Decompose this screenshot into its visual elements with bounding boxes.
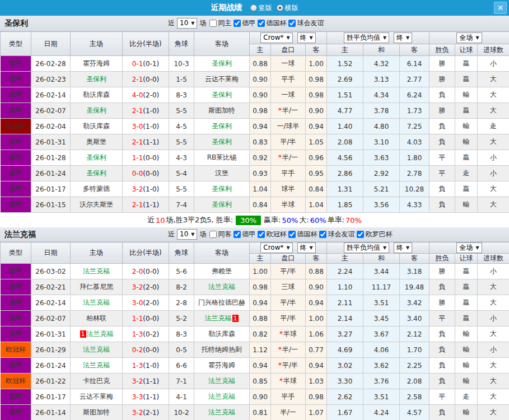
avg-lose-odds: 10.28 [400, 181, 429, 197]
home-team-cell: 霍芬海姆 [71, 56, 123, 72]
home-team-link[interactable]: 法兰克福 [87, 330, 114, 338]
result-handicap: 贏 [455, 103, 478, 119]
away-team-link[interactable]: 圣保利 [212, 138, 232, 146]
away-team-link[interactable]: 法兰克福 [208, 377, 235, 385]
result-handicap: 輸 [455, 119, 478, 134]
away-team-link[interactable]: 汉堡 [215, 169, 228, 177]
league-filter-checkbox[interactable]: 球会友谊 [288, 18, 324, 28]
same-venue-checkbox[interactable]: 同主 [209, 18, 231, 28]
match-row: 德甲26-01-17多特蒙德3-2(1-0)5-5圣保利1.04球半0.841.… [1, 181, 509, 197]
filter-games-label: 场 [199, 230, 206, 239]
checkbox[interactable] [209, 231, 217, 238]
odds-source-select[interactable]: Crow*▼ [260, 242, 292, 253]
away-team-link[interactable]: RB莱比锡 [207, 153, 237, 161]
home-team-link[interactable]: 云达不莱梅 [80, 393, 113, 400]
result-goals: 大 [478, 72, 509, 87]
away-team-link[interactable]: 圣保利 [212, 91, 232, 99]
radio-icon[interactable] [250, 4, 257, 11]
checkbox[interactable] [357, 231, 364, 238]
layout-radio-vertical[interactable]: 竖版 [250, 3, 272, 13]
avg-draw-odds: 4.80 [363, 119, 400, 134]
col-type: 类型 [1, 32, 31, 56]
home-team-link[interactable]: 斯图加特 [83, 408, 110, 416]
match-count-select[interactable]: 10▼ [177, 229, 197, 240]
league-filter-checkbox[interactable]: 欧罗巴杯 [357, 230, 392, 239]
checkbox[interactable] [288, 231, 296, 238]
odds-final-select[interactable]: 终▼ [297, 242, 316, 253]
away-team-link[interactable]: 法兰克福 [208, 393, 235, 400]
away-team-link[interactable]: 圣保利 [212, 185, 232, 193]
layout-radio-horizontal[interactable]: 横版 [277, 3, 298, 13]
away-team-link[interactable]: 圣保利 [212, 59, 232, 67]
odds-source-select[interactable]: Crow*▼ [260, 32, 292, 43]
home-team-link[interactable]: 圣保利 [86, 75, 106, 83]
result-handicap: 贏 [455, 295, 478, 311]
home-team-link[interactable]: 勒沃库森 [83, 91, 110, 99]
checkbox[interactable] [209, 20, 217, 27]
result-handicap: 輸 [455, 197, 478, 213]
away-team-link[interactable]: 圣保利 [212, 200, 232, 208]
home-team-link[interactable]: 沃尔夫斯堡 [80, 200, 113, 208]
away-team-link[interactable]: 斯图加特 [208, 106, 235, 114]
same-venue-checkbox[interactable]: 同客 [209, 230, 231, 239]
home-team-link[interactable]: 霍芬海姆 [83, 59, 110, 67]
avg-win-odds: 4.56 [327, 150, 363, 166]
chevron-down-icon: ▼ [287, 33, 290, 43]
avg-odds-select[interactable]: 胜平负均值▼ [344, 242, 389, 253]
league-filter-checkbox[interactable]: 德国杯 [288, 230, 317, 239]
away-team-link[interactable]: 云达不莱梅 [205, 75, 239, 83]
match-date: 26-01-29 [31, 342, 71, 358]
scope-select[interactable]: 全场▼ [456, 32, 482, 43]
match-row: 德甲26-02-14法兰克福3-0(2-0)2-8门兴格拉德巴赫0.94平/半0… [1, 295, 509, 311]
checkbox[interactable] [258, 20, 265, 27]
match-count-select[interactable]: 10▼ [177, 18, 197, 29]
home-team-link[interactable]: 拜仁慕尼黑 [80, 283, 113, 291]
home-team-link[interactable]: 圣保利 [86, 169, 106, 177]
home-team-link[interactable]: 柏林联 [86, 314, 106, 322]
odds-final-select[interactable]: 终▼ [297, 32, 316, 43]
away-team-link[interactable]: 勒沃库森 [208, 330, 235, 338]
close-button[interactable]: ✕ [494, 2, 507, 14]
home-team-link[interactable]: 法兰克福 [83, 346, 110, 353]
avg-draw-odds: 5.21 [363, 181, 400, 197]
avg-lose-odds: 2.78 [400, 166, 429, 181]
match-date: 26-01-24 [31, 166, 71, 181]
avg-final-select[interactable]: 终▼ [394, 242, 412, 253]
checkbox[interactable] [288, 20, 296, 27]
away-team-link[interactable]: 法兰克福 [205, 314, 232, 322]
avg-final-select[interactable]: 终▼ [394, 32, 412, 43]
checkbox[interactable] [319, 231, 326, 238]
away-team-link[interactable]: 门兴格拉德巴赫 [198, 298, 245, 306]
away-team-link[interactable]: 圣保利 [212, 122, 232, 130]
avg-odds-select[interactable]: 胜平负均值▼ [344, 32, 389, 43]
away-team-link[interactable]: 法兰克福 [208, 283, 235, 291]
home-team-link[interactable]: 奥斯堡 [86, 138, 106, 146]
home-team-link[interactable]: 法兰克福 [83, 361, 110, 369]
away-team-link[interactable]: 霍芬海姆 [208, 361, 235, 369]
home-team-link[interactable]: 卡拉巴克 [83, 377, 110, 385]
col-handicap: 盘口 [271, 44, 306, 56]
home-odds: 0.94 [250, 295, 271, 311]
home-team-link[interactable]: 法兰克福 [83, 298, 110, 306]
checkbox[interactable] [234, 20, 241, 27]
league-filter-checkbox[interactable]: 德甲 [234, 230, 255, 239]
scope-select[interactable]: 全场▼ [456, 242, 482, 253]
match-row: 欧冠杯26-01-22卡拉巴克3-2(1-1)7-1法兰克福0.85*半球1.0… [1, 374, 509, 389]
home-team-link[interactable]: 勒沃库森 [83, 122, 110, 130]
home-team-link[interactable]: 多特蒙德 [83, 185, 110, 193]
handicap-line: *半球 [271, 374, 306, 389]
league-filter-checkbox[interactable]: 球会友谊 [319, 230, 354, 239]
away-team-link[interactable]: 弗赖堡 [212, 267, 232, 275]
radio-checked-icon[interactable] [277, 4, 283, 11]
home-team-link[interactable]: 法兰克福 [83, 267, 110, 275]
checkbox[interactable] [258, 231, 265, 238]
away-team-link[interactable]: 法兰克福 [208, 408, 235, 416]
away-team-cell: 斯图加特 [194, 103, 250, 119]
home-team-link[interactable]: 圣保利 [86, 153, 106, 161]
home-team-link[interactable]: 圣保利 [86, 106, 106, 114]
league-filter-checkbox[interactable]: 德国杯 [258, 18, 286, 28]
checkbox[interactable] [234, 231, 241, 238]
league-filter-checkbox[interactable]: 德甲 [234, 18, 255, 28]
away-team-link[interactable]: 托特纳姆热刺 [202, 346, 242, 353]
league-filter-checkbox[interactable]: 欧冠杯 [258, 230, 286, 239]
